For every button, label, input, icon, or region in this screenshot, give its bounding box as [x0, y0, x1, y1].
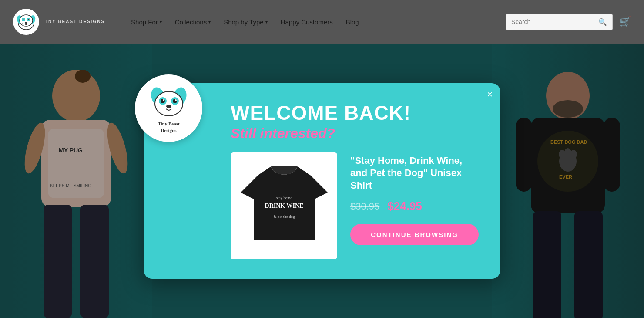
svg-text:DRINK WINE: DRINK WINE — [265, 203, 303, 209]
price-area: $30.95 $24.95 — [350, 200, 479, 213]
continue-browsing-button[interactable]: CONTINUE BROWSING — [350, 224, 479, 245]
svg-point-79 — [155, 91, 183, 116]
product-name: "Stay Home, Drink Wine, and Pet the Dog"… — [350, 155, 479, 192]
modal-overlay: Tiny BeastDesigns × WELCOME BACK! Still … — [0, 44, 644, 318]
svg-point-11 — [22, 23, 23, 24]
chevron-down-icon: ▾ — [160, 20, 162, 24]
modal-logo: Tiny BeastDesigns — [135, 74, 202, 142]
svg-point-9 — [29, 19, 30, 20]
modal-subtitle: Still interested? — [231, 125, 479, 142]
original-price: $30.95 — [350, 201, 379, 212]
modal: Tiny BeastDesigns × WELCOME BACK! Still … — [144, 83, 500, 279]
header: Tiny Beast Designs Shop For ▾ Collection… — [0, 0, 644, 44]
logo-circle — [13, 9, 39, 35]
svg-point-83 — [173, 99, 177, 103]
nav-shop-by-type[interactable]: Shop by Type ▾ — [224, 18, 267, 26]
chevron-down-icon: ▾ — [208, 20, 211, 24]
sale-price: $24.95 — [387, 200, 422, 213]
svg-point-85 — [175, 99, 177, 101]
logo-area[interactable]: Tiny Beast Designs — [13, 9, 105, 35]
svg-point-84 — [163, 99, 164, 101]
logo-text-area: Tiny Beast Designs — [43, 19, 105, 25]
cart-button[interactable]: 🛒 — [619, 16, 631, 27]
modal-title: WELCOME BACK! — [231, 103, 479, 123]
nav-blog[interactable]: Blog — [346, 18, 359, 26]
product-info: "Stay Home, Drink Wine, and Pet the Dog"… — [350, 152, 479, 246]
nav-collections[interactable]: Collections ▾ — [175, 18, 211, 26]
chevron-down-icon: ▾ — [265, 20, 268, 24]
svg-point-10 — [25, 22, 27, 24]
search-input[interactable] — [506, 15, 593, 29]
brand-name: Tiny Beast Designs — [43, 19, 105, 25]
svg-text:stay home: stay home — [276, 196, 292, 200]
close-button[interactable]: × — [487, 90, 493, 99]
product-image-box: stay home DRINK WINE & pet the dog — [231, 152, 337, 259]
svg-point-86 — [166, 105, 171, 108]
search-area: 🔍 — [506, 14, 613, 30]
product-image: stay home DRINK WINE & pet the dog — [241, 158, 328, 254]
hero: MY PUG KEEPS ME SMILING BEST DOG DAD EVE… — [0, 44, 644, 318]
svg-point-82 — [161, 99, 165, 103]
product-area: stay home DRINK WINE & pet the dog "Stay… — [231, 152, 479, 259]
modal-logo-brand-text: Tiny BeastDesigns — [158, 121, 179, 133]
svg-point-12 — [30, 23, 30, 24]
main-nav: Shop For ▾ Collections ▾ Shop by Type ▾ … — [131, 18, 506, 26]
modal-content: WELCOME BACK! Still interested? stay hom… — [231, 103, 479, 259]
nav-shop-for[interactable]: Shop For ▾ — [131, 18, 162, 26]
search-button[interactable]: 🔍 — [593, 14, 612, 30]
nav-happy-customers[interactable]: Happy Customers — [281, 18, 333, 26]
svg-point-8 — [23, 19, 24, 20]
svg-text:& pet the dog: & pet the dog — [273, 214, 295, 219]
